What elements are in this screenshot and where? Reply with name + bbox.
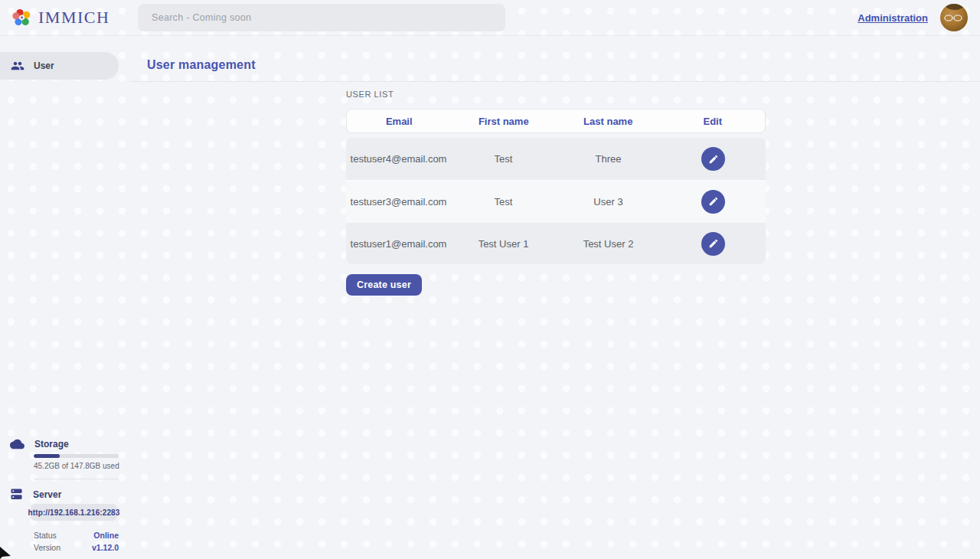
- mouse-cursor: [0, 545, 12, 559]
- storage-progress-fill: [34, 454, 60, 458]
- version-label: Version: [34, 543, 60, 552]
- cell-last-name: User 3: [556, 196, 661, 208]
- cloud-icon: [10, 439, 24, 449]
- sidebar-divider: [34, 479, 119, 479]
- table-row: testuser4@email.com Test Three: [346, 138, 766, 180]
- user-table-body: testuser4@email.com Test Three testuser3…: [346, 138, 766, 264]
- table-row: testuser3@email.com Test User 3: [346, 180, 766, 222]
- sidebar: User Storage 45.2GB of 147.8GB used: [0, 36, 130, 559]
- cell-first-name: Test User 1: [451, 238, 556, 250]
- column-header: First name: [452, 116, 557, 127]
- storage-widget: Storage 45.2GB of 147.8GB used: [0, 439, 130, 449]
- pencil-icon: [708, 238, 719, 249]
- create-user-button[interactable]: Create user: [346, 274, 422, 296]
- column-header: Email: [347, 116, 452, 127]
- cell-email: testuser1@email.com: [346, 238, 451, 250]
- server-icon: [10, 488, 23, 501]
- immich-flower-icon: [12, 8, 32, 28]
- column-header: Last name: [556, 116, 661, 127]
- cell-first-name: Test: [451, 196, 556, 208]
- status-value: Online: [93, 531, 119, 540]
- server-title: Server: [33, 489, 61, 500]
- cell-last-name: Three: [556, 153, 661, 165]
- edit-user-button[interactable]: [701, 190, 725, 214]
- version-value: v1.12.0: [92, 543, 119, 552]
- status-label: Status: [34, 531, 57, 540]
- sidebar-item-user-label: User: [34, 60, 54, 71]
- server-widget: Server http://192.168.1.216:2283 Status …: [0, 488, 130, 501]
- server-url-badge: http://192.168.1.216:2283: [31, 504, 117, 521]
- cell-email: testuser3@email.com: [346, 196, 451, 208]
- user-table-header: EmailFirst nameLast nameEdit: [346, 109, 766, 133]
- administration-link[interactable]: Administration: [858, 12, 928, 24]
- server-status-row: Status Online: [34, 531, 119, 540]
- page-title: User management: [147, 58, 256, 72]
- glasses-decor: [944, 15, 964, 21]
- server-version-row: Version v1.12.0: [34, 543, 119, 552]
- edit-user-button[interactable]: [701, 232, 725, 256]
- search-input[interactable]: [138, 4, 505, 31]
- table-row: testuser1@email.com Test User 1 Test Use…: [346, 222, 766, 264]
- users-icon: [11, 59, 24, 73]
- column-header: Edit: [661, 116, 766, 127]
- pencil-icon: [708, 154, 719, 165]
- top-navbar: IMMICH Administration: [0, 0, 980, 36]
- page-body: User Storage 45.2GB of 147.8GB used: [0, 36, 980, 559]
- app-title: IMMICH: [38, 8, 109, 28]
- storage-title: Storage: [34, 439, 69, 449]
- app-logo[interactable]: IMMICH: [0, 8, 138, 28]
- cell-last-name: Test User 2: [556, 238, 661, 250]
- sidebar-item-user[interactable]: User: [0, 52, 119, 80]
- user-list-section-label: USER LIST: [346, 90, 394, 99]
- cell-first-name: Test: [451, 153, 556, 165]
- storage-usage-text: 45.2GB of 147.8GB used: [34, 462, 119, 470]
- edit-user-button[interactable]: [701, 147, 725, 171]
- storage-progress-bar: [34, 454, 119, 458]
- header-divider: [130, 81, 980, 82]
- cell-email: testuser4@email.com: [346, 153, 451, 165]
- pencil-icon: [708, 196, 719, 207]
- user-avatar[interactable]: [940, 4, 968, 31]
